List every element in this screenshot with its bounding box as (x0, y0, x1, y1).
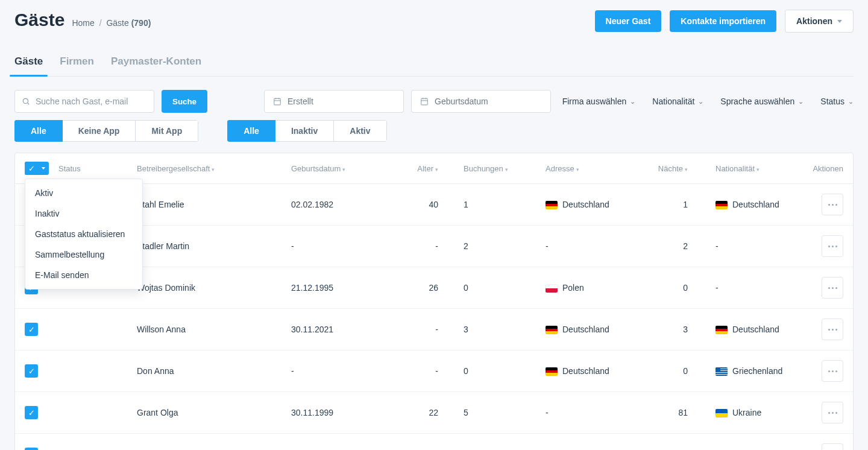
chevron-down-icon: ⌄ (848, 98, 854, 106)
col-status[interactable]: Status (58, 164, 137, 173)
col-company[interactable]: Betreibergesellschaft▾ (137, 164, 291, 173)
status-seg-active[interactable]: Aktiv (334, 120, 386, 142)
breadcrumb-guests[interactable]: Gäste (106, 18, 128, 28)
chevron-down-icon: ⌄ (698, 98, 703, 106)
dropdown-item-active[interactable]: Aktiv (25, 183, 142, 203)
col-nationality[interactable]: Nationalität▾ (688, 164, 796, 173)
guest-address: - (511, 408, 627, 417)
nationality-filter[interactable]: Nationalität ⌄ (652, 97, 703, 106)
col-actions: Aktionen (796, 164, 843, 173)
row-checkbox[interactable]: ✓ (25, 364, 38, 378)
status-seg-inactive[interactable]: Inaktiv (275, 120, 334, 142)
col-address[interactable]: Adresse▾ (511, 164, 627, 173)
row-actions-button[interactable] (822, 443, 843, 450)
col-nights[interactable]: Nächte▾ (627, 164, 688, 173)
row-actions-button[interactable] (822, 235, 843, 257)
guest-bookings: 1 (438, 200, 511, 209)
created-label: Erstellt (288, 97, 313, 106)
chevron-down-icon: ⌄ (798, 98, 804, 106)
table-row: ✓ Willson Anna 30.11.2021 - 3 Deutschlan… (15, 309, 853, 350)
flag-icon (546, 367, 558, 376)
guest-nationality: - (688, 241, 796, 251)
created-date-filter[interactable]: Erstellt (264, 90, 404, 113)
guest-address-text: Deutschland (562, 200, 609, 209)
search-input[interactable] (14, 90, 154, 113)
actions-label: Aktionen (796, 16, 832, 26)
dropdown-item-update-status[interactable]: Gaststatus aktualisieren (25, 224, 142, 244)
row-actions-button[interactable] (822, 194, 843, 215)
guest-name[interactable]: Stahl Emelie (137, 200, 291, 209)
row-checkbox[interactable]: ✓ (25, 406, 38, 419)
tab-companies[interactable]: Firmen (60, 49, 94, 76)
guest-nationality: Griechenland (688, 366, 796, 376)
sort-icon: ▾ (576, 166, 579, 173)
guest-name[interactable]: Stadler Martin (137, 241, 291, 251)
svg-point-0 (23, 98, 28, 103)
calendar-icon (273, 97, 281, 106)
col-bookings[interactable]: Buchungen▾ (438, 164, 511, 173)
guest-birthdate: 30.11.2021 (291, 325, 391, 334)
select-all-dropdown-toggle[interactable] (38, 162, 49, 175)
dropdown-item-bulk-order[interactable]: Sammelbestellung (25, 244, 142, 265)
table-row: ✓ Grant Olga 30.11.1999 22 5 - 81 Ukrain… (15, 392, 853, 434)
status-filter[interactable]: Status ⌄ (820, 97, 854, 106)
app-seg-with-app[interactable]: Mit App (136, 120, 198, 142)
guest-address-text: Polen (562, 283, 584, 293)
breadcrumb-separator: / (99, 18, 102, 28)
breadcrumb-home[interactable]: Home (72, 18, 94, 28)
guest-name[interactable]: Willson Anna (137, 325, 291, 334)
sort-icon: ▾ (212, 166, 215, 173)
breadcrumb: Home / Gäste (790) (72, 18, 151, 28)
actions-dropdown-button[interactable]: Aktionen (785, 10, 854, 33)
guest-name[interactable]: Grant Olga (137, 408, 291, 417)
col-nights-label: Nächte (658, 164, 683, 173)
tab-paymaster[interactable]: Paymaster-Konten (111, 49, 201, 76)
guest-address-text: - (546, 408, 549, 417)
guest-name[interactable]: Don Anna (137, 366, 291, 376)
guest-nationality-text: - (715, 283, 719, 293)
guest-nationality-text: - (715, 241, 719, 251)
dropdown-item-send-email[interactable]: E-Mail senden (25, 265, 142, 285)
more-icon (828, 246, 837, 247)
search-icon (22, 97, 30, 106)
row-checkbox[interactable]: ✓ (25, 448, 38, 450)
select-all-control[interactable]: ✓ (25, 162, 49, 175)
col-birthdate-label: Geburtsdatum (291, 164, 341, 173)
row-actions-button[interactable] (822, 318, 843, 340)
table-row: ✓ kkk kkk - - 1 - 3 - (15, 434, 853, 450)
guest-name[interactable]: Wojtas Dominik (137, 283, 291, 293)
flag-icon (546, 284, 558, 293)
col-birthdate[interactable]: Geburtsdatum▾ (291, 164, 391, 173)
status-seg-all[interactable]: Alle (227, 120, 275, 142)
dropdown-item-inactive[interactable]: Inaktiv (25, 203, 142, 224)
import-contacts-button[interactable]: Kontakte importieren (670, 10, 776, 32)
guest-birthdate: 02.02.1982 (291, 200, 391, 209)
col-age[interactable]: Alter▾ (391, 164, 438, 173)
col-company-label: Betreibergesellschaft (137, 164, 210, 173)
row-actions-button[interactable] (822, 277, 843, 299)
guest-nationality-text: Deutschland (732, 200, 779, 209)
company-filter[interactable]: Firma auswählen ⌄ (562, 97, 636, 106)
row-actions-button[interactable] (822, 402, 843, 423)
language-filter[interactable]: Sprache auswählen ⌄ (720, 97, 804, 106)
row-actions-button[interactable] (822, 360, 843, 382)
guest-address-text: Deutschland (562, 366, 609, 376)
app-seg-no-app[interactable]: Keine App (63, 120, 136, 142)
table-row: ✓ Don Anna - - 0 Deutschland 0 Griechenl… (15, 350, 853, 392)
nationality-filter-label: Nationalität (652, 97, 694, 106)
tabs: Gäste Firmen Paymaster-Konten (14, 49, 854, 77)
more-icon (828, 370, 837, 372)
guest-nights: 81 (627, 408, 688, 417)
guest-address-text: - (546, 241, 549, 251)
search-button[interactable]: Suche (162, 90, 207, 113)
birthdate-date-filter[interactable]: Geburtsdatum (411, 90, 551, 113)
breadcrumb-count: (790) (131, 18, 151, 28)
svg-line-1 (28, 103, 30, 105)
app-seg-all[interactable]: Alle (14, 120, 63, 142)
flag-icon (715, 367, 728, 376)
guest-nationality: Deutschland (688, 200, 796, 209)
select-all-checkbox[interactable]: ✓ (25, 162, 38, 175)
tab-guests[interactable]: Gäste (14, 49, 43, 76)
row-checkbox[interactable]: ✓ (25, 323, 38, 336)
new-guest-button[interactable]: Neuer Gast (595, 10, 662, 32)
